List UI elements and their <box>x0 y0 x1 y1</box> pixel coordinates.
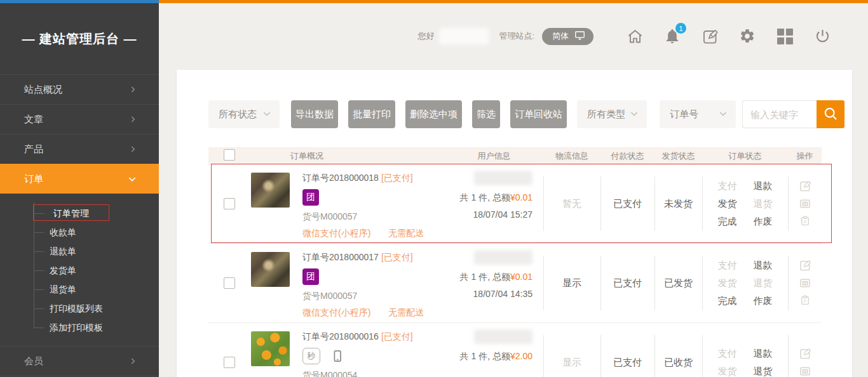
status-link-ship: 发货 <box>718 277 737 289</box>
order-datetime: 18/07/04 15:27 <box>445 209 532 220</box>
monitor-icon <box>574 29 586 43</box>
paid-tag: [已支付] <box>381 252 413 262</box>
item-number: 货号M000054 <box>302 370 413 377</box>
sidebar-item-print-template-list[interactable]: 打印模版列表 <box>0 299 159 318</box>
product-thumbnail[interactable] <box>251 252 290 287</box>
sidebar-item-label: 会员 <box>24 355 43 367</box>
status-filter-dropdown[interactable]: 所有状态 <box>208 100 280 128</box>
sidebar-item-add-print-template[interactable]: 添加打印模板 <box>0 318 159 337</box>
search-field-value: 订单号 <box>670 109 698 121</box>
status-link-return[interactable]: 退货 <box>754 366 773 377</box>
table-header: 订单概况 用户信息 物流信息 付款状态 发货状态 订单状态 操作 <box>208 147 822 164</box>
order-number: 订单号2018000016 <box>302 331 379 341</box>
payment-method: 微信支付(小程序) <box>302 228 370 239</box>
status-link-void[interactable]: 作废 <box>754 295 773 307</box>
product-thumbnail[interactable] <box>251 331 290 366</box>
notifications-bell-icon[interactable]: 1 <box>662 26 682 46</box>
col-header-logistics: 物流信息 <box>543 150 600 162</box>
status-link-complete[interactable]: 完成 <box>718 295 737 307</box>
logistics-link[interactable]: 显示 <box>562 277 581 289</box>
print-order-icon[interactable] <box>799 197 811 210</box>
payment-method: 微信支付(小程序) <box>302 307 370 319</box>
order-recycle-bin-button[interactable]: 订单回收站 <box>510 100 567 128</box>
order-summary: 共 1 件, 总额 <box>460 351 510 361</box>
logout-power-icon[interactable] <box>812 26 832 46</box>
sidebar-item-orders[interactable]: 订单 <box>0 164 159 194</box>
order-amount: ¥0.01 <box>510 272 532 282</box>
edit-compose-icon[interactable] <box>700 26 720 46</box>
select-all-checkbox[interactable] <box>224 149 235 161</box>
batch-print-button[interactable]: 批量打印 <box>348 100 395 128</box>
sidebar-item-label: 站点概况 <box>24 84 62 96</box>
order-overview-cell: 订单号2018000018[已支付] 团 货号M000057 微信支付(小程序)… <box>241 164 445 243</box>
topbar: 您好 管理站点: 简体 1 <box>417 24 832 48</box>
order-datetime: 18/07/04 14:35 <box>445 289 532 299</box>
col-header-ops: 操作 <box>788 150 822 162</box>
chevron-down-icon <box>262 109 272 121</box>
sidebar-item-receipts[interactable]: 收款单 <box>0 223 159 242</box>
sidebar-item-site-overview[interactable]: 站点概况 <box>0 74 159 104</box>
sidebar-item-return-orders[interactable]: 退货单 <box>0 280 159 299</box>
search-button[interactable] <box>817 100 844 128</box>
sidebar-item-articles[interactable]: 文章 <box>0 104 159 134</box>
order-number: 订单号2018000017 <box>302 252 379 262</box>
print-order-icon[interactable] <box>799 277 811 289</box>
product-thumbnail[interactable] <box>251 173 290 208</box>
copy-order-icon[interactable] <box>799 215 811 228</box>
app-title: — 建站管理后台 — <box>0 3 159 74</box>
status-link-refund[interactable]: 退款 <box>754 180 773 192</box>
delete-selected-button[interactable]: 删除选中项 <box>405 100 462 128</box>
order-number: 订单号2018000018 <box>302 173 379 183</box>
sidebar-item-members[interactable]: 会员 <box>0 346 159 376</box>
settings-gear-icon[interactable] <box>737 26 757 46</box>
edit-order-icon[interactable] <box>799 180 811 192</box>
keyword-search-input[interactable] <box>742 100 817 128</box>
order-summary: 共 1 件, 总额 <box>460 272 510 282</box>
home-icon[interactable] <box>625 26 645 46</box>
flash-sale-badge: 秒 <box>302 348 320 364</box>
status-link-refund[interactable]: 退款 <box>754 260 773 272</box>
sidebar-item-refund-orders[interactable]: 退款单 <box>0 242 159 261</box>
export-data-button[interactable]: 导出数据 <box>291 100 338 128</box>
status-link-ship[interactable]: 发货 <box>718 198 737 210</box>
language-site-selector[interactable]: 简体 <box>542 28 593 45</box>
active-submenu-highlight: 订单管理 <box>33 204 109 221</box>
order-amount: ¥0.01 <box>510 192 532 202</box>
notification-badge: 1 <box>675 23 686 34</box>
sidebar-item-order-management[interactable]: 订单管理 <box>0 204 159 223</box>
col-header-status: 订单状态 <box>702 150 788 162</box>
row-checkbox[interactable] <box>224 357 235 368</box>
shipping-status: 已发货 <box>654 244 702 322</box>
payment-status: 已支付 <box>600 164 654 243</box>
sidebar-item-products[interactable]: 产品 <box>0 134 159 164</box>
status-link-pay: 支付 <box>718 260 737 272</box>
edit-order-icon[interactable] <box>799 259 811 272</box>
orders-submenu: 订单管理 收款单 退款单 发货单 退货单 打印模版列表 添加打印模板 <box>0 194 159 346</box>
type-filter-value: 所有类型 <box>587 109 625 121</box>
order-status-cell: 支付 退款 发货 退货 完成 作废 <box>702 244 788 322</box>
language-label: 简体 <box>552 30 569 42</box>
copy-order-icon[interactable] <box>799 294 811 307</box>
item-number: 货号M000057 <box>302 211 424 223</box>
status-link-complete[interactable]: 完成 <box>718 216 737 228</box>
sidebar-item-shipping-orders[interactable]: 发货单 <box>0 261 159 280</box>
apps-grid-icon[interactable] <box>775 26 795 46</box>
status-link-void[interactable]: 作废 <box>754 216 773 228</box>
paid-tag: [已支付] <box>381 331 413 341</box>
col-header-user: 用户信息 <box>445 150 543 162</box>
manage-site-label: 管理站点: <box>499 30 534 42</box>
type-filter-dropdown[interactable]: 所有类型 <box>577 100 647 128</box>
search-field-dropdown[interactable]: 订单号 <box>660 100 736 128</box>
row-checkbox[interactable] <box>224 277 235 289</box>
row-checkbox[interactable] <box>224 198 235 209</box>
filter-button[interactable]: 筛选 <box>472 100 500 128</box>
user-info-cell: 共 1 件, 总额¥0.01 18/07/04 14:35 <box>445 244 543 322</box>
sidebar: — 建站管理后台 — 站点概况 文章 产品 订单 订单管理 收款单 退款单 发货… <box>0 3 159 377</box>
status-link-refund[interactable]: 退款 <box>754 348 773 360</box>
chevron-down-icon <box>718 109 728 121</box>
logistics-link: 暂无 <box>562 198 581 210</box>
edit-order-icon[interactable] <box>799 347 811 360</box>
groupbuy-badge: 团 <box>302 268 319 285</box>
print-order-icon[interactable] <box>799 365 811 377</box>
greeting-label: 您好 <box>417 30 434 42</box>
